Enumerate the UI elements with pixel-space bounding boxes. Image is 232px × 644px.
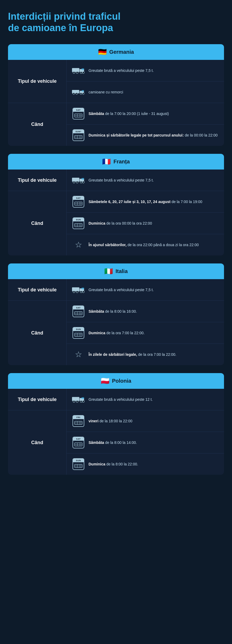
calendar-icon: SAT	[73, 306, 84, 317]
when-entry-franta-0: SAT Sâmbetele 6, 20, 27 iulie și 3, 10, …	[67, 191, 224, 213]
svg-point-3	[73, 72, 75, 73]
calendar-icon-box: SAT	[72, 305, 85, 318]
country-flag-polonia: 🇵🇱	[101, 377, 109, 385]
svg-point-34	[82, 181, 84, 183]
svg-point-52	[73, 291, 75, 293]
vehicle-row-germania: Tipul de vehicule Greutate brută a vehic…	[8, 60, 224, 103]
vehicle-entry-italia-0: Greutate brută a vehiculului peste 7,5 t…	[67, 279, 224, 300]
vehicle-entries-germania: Greutate brută a vehiculului peste 7,5 t…	[67, 60, 224, 103]
svg-rect-30	[82, 178, 84, 180]
svg-point-54	[80, 291, 82, 293]
vehicle-entries-polonia: Greutate brută a vehiculului peste 12 t.	[67, 389, 224, 410]
vehicle-entries-franta: Greutate brută a vehiculului peste 7,5 t…	[67, 170, 224, 191]
truck-icon-germania-1	[72, 86, 85, 98]
svg-rect-49	[72, 287, 79, 291]
when-text-italia-2: În zilele de sărbători legale, de la ora…	[89, 352, 176, 357]
svg-rect-28	[72, 178, 79, 182]
when-entry-germania-1: SUN* Duminica și sărbătorile legale pe t…	[67, 125, 224, 146]
country-block-germania: 🇩🇪 Germania Tipul de vehicule Greutate b…	[8, 44, 224, 146]
country-block-franta: 🇫🇷 Franța Tipul de vehicule Greutate bru…	[8, 154, 224, 255]
when-text-italia-1: Duminica de la ora 7:00 la 22:00.	[89, 330, 145, 336]
when-label-franta: Când	[8, 191, 67, 255]
vehicle-label-germania: Tipul de vehicule	[8, 60, 67, 103]
vehicle-text-italia-0: Greutate brută a vehiculului peste 7,5 t…	[89, 287, 154, 293]
vehicle-text-polonia-0: Greutate brută a vehiculului peste 12 t.	[89, 397, 153, 402]
country-content-italia: Tipul de vehicule Greutate brută a vehic…	[8, 279, 224, 365]
when-text-polonia-0: vineri de la 18:00 la 22:00	[89, 418, 132, 424]
calendar-icon-box: SAT	[72, 107, 85, 120]
svg-rect-72	[82, 397, 84, 399]
when-label-italia: Când	[8, 301, 67, 365]
country-block-polonia: 🇵🇱 Polonia Tipul de vehicule Greutate br…	[8, 373, 224, 475]
svg-rect-0	[72, 68, 79, 72]
svg-point-75	[80, 401, 82, 402]
vehicle-row-polonia: Tipul de vehicule Greutate brută a vehic…	[8, 389, 224, 410]
when-text-germania-0: Sâmbăta de la 7:00 la 20:00 (1 iulie - 3…	[89, 111, 169, 117]
page-container: Interdicții privind traficul de camioane…	[0, 0, 232, 493]
svg-point-6	[82, 72, 84, 73]
country-header-franta: 🇫🇷 Franța	[8, 154, 224, 170]
calendar-icon: SAT	[73, 196, 84, 208]
svg-point-76	[82, 401, 84, 402]
country-content-polonia: Tipul de vehicule Greutate brută a vehic…	[8, 389, 224, 475]
calendar-icon: FRI	[73, 415, 84, 427]
svg-rect-9	[82, 90, 84, 92]
star-icon-box: ☆	[72, 348, 85, 361]
vehicle-entries-italia: Greutate brută a vehiculului peste 7,5 t…	[67, 279, 224, 300]
country-name-franta: Franța	[113, 159, 130, 165]
when-row-polonia: Când FRI vineri de la 18:00 la 22:00 SAT	[8, 410, 224, 475]
svg-point-5	[80, 72, 82, 73]
calendar-icon: SUN	[73, 458, 84, 470]
truck-icon-franta-0	[72, 174, 85, 187]
vehicle-text-franta-0: Greutate brută a vehiculului peste 7,5 t…	[89, 177, 154, 183]
when-text-franta-2: În ajunul sărbătorilor, de la ora 22:00 …	[89, 242, 199, 248]
svg-point-11	[76, 93, 77, 94]
when-entry-polonia-1: SAT Sâmbăta de la 8:00 la 14:00.	[67, 432, 224, 453]
calendar-icon-box: SUN*	[72, 129, 85, 142]
star-icon: ☆	[75, 350, 82, 358]
when-entries-franta: SAT Sâmbetele 6, 20, 27 iulie și 3, 10, …	[67, 191, 224, 255]
country-name-germania: Germania	[109, 49, 134, 55]
country-flag-italia: 🇮🇹	[104, 267, 113, 275]
svg-rect-51	[82, 288, 84, 289]
when-entry-franta-1: SUN Duminica de la ora 00:00 la ora 22:0…	[67, 213, 224, 234]
country-name-polonia: Polonia	[112, 378, 131, 384]
when-text-franta-0: Sâmbetele 6, 20, 27 iulie și 3, 10, 17, …	[89, 199, 202, 205]
svg-point-10	[73, 93, 74, 94]
when-entry-germania-0: SAT Sâmbăta de la 7:00 la 20:00 (1 iulie…	[67, 103, 224, 125]
svg-point-55	[82, 291, 84, 293]
when-entry-italia-0: SAT Sâmbăta de la 8:00 la 16:00.	[67, 301, 224, 322]
when-entries-italia: SAT Sâmbăta de la 8:00 la 16:00. SUN	[67, 301, 224, 365]
when-text-polonia-2: Duminica de la 8:00 la 22:00.	[89, 461, 138, 467]
calendar-icon-box: SUN	[72, 217, 85, 230]
svg-point-13	[82, 93, 84, 94]
when-entry-polonia-2: SUN Duminica de la 8:00 la 22:00.	[67, 453, 224, 475]
svg-point-74	[76, 401, 78, 402]
when-label-polonia: Când	[8, 410, 67, 475]
calendar-icon: SAT	[73, 108, 84, 119]
main-title: Interdicții privind traficul de camioane…	[8, 11, 224, 34]
svg-point-53	[76, 291, 78, 293]
when-entries-germania: SAT Sâmbăta de la 7:00 la 20:00 (1 iulie…	[67, 103, 224, 146]
calendar-icon-box: SUN	[72, 327, 85, 339]
when-label-germania: Când	[8, 103, 67, 146]
country-name-italia: Italia	[115, 268, 128, 274]
when-row-germania: Când SAT Sâmbăta de la 7:00 la 20:00 (1 …	[8, 103, 224, 146]
when-entry-polonia-0: FRI vineri de la 18:00 la 22:00	[67, 410, 224, 432]
svg-point-33	[80, 181, 82, 183]
vehicle-entry-polonia-0: Greutate brută a vehiculului peste 12 t.	[67, 389, 224, 410]
truck-icon-germania-0	[72, 64, 85, 77]
vehicle-label-italia: Tipul de vehicule	[8, 279, 67, 300]
svg-point-31	[73, 181, 75, 183]
country-flag-franta: 🇫🇷	[102, 158, 111, 166]
when-text-franta-1: Duminica de la ora 00:00 la ora 22:00	[89, 221, 152, 226]
svg-point-73	[73, 401, 75, 402]
country-content-germania: Tipul de vehicule Greutate brută a vehic…	[8, 60, 224, 146]
svg-rect-2	[82, 68, 84, 70]
svg-point-32	[76, 181, 78, 183]
svg-rect-70	[72, 397, 79, 401]
calendar-icon-box: SAT	[72, 436, 85, 449]
calendar-icon-box: SAT	[72, 195, 85, 208]
vehicle-row-italia: Tipul de vehicule Greutate brută a vehic…	[8, 279, 224, 301]
vehicle-text-germania-0: Greutate brută a vehiculului peste 7,5 t…	[89, 68, 154, 73]
